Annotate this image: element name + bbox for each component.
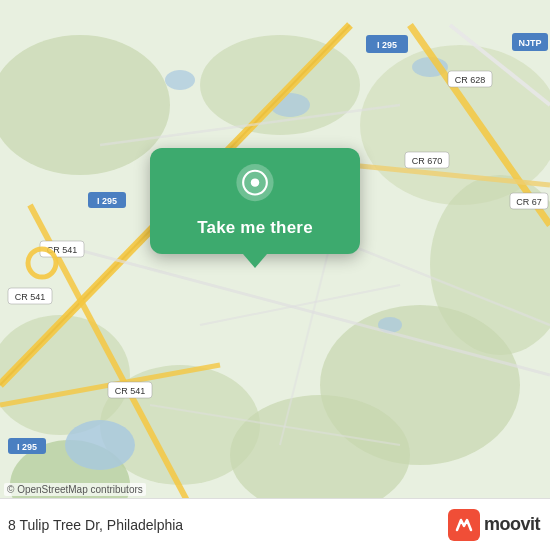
svg-text:CR 628: CR 628 (455, 75, 486, 85)
svg-text:CR 67: CR 67 (516, 197, 542, 207)
svg-text:I 295: I 295 (377, 40, 397, 50)
bottom-bar: 8 Tulip Tree Dr, Philadelphia moovit (0, 498, 550, 550)
map-attribution: © OpenStreetMap contributors (4, 483, 146, 496)
svg-text:CR 541: CR 541 (115, 386, 146, 396)
svg-point-0 (0, 35, 170, 175)
svg-text:NJTP: NJTP (518, 38, 541, 48)
svg-point-50 (251, 178, 259, 186)
moovit-logo-icon (448, 509, 480, 541)
location-pin-icon (233, 164, 277, 208)
address-text: 8 Tulip Tree Dr, Philadelphia (8, 517, 183, 533)
svg-text:I 295: I 295 (17, 442, 37, 452)
svg-text:CR 541: CR 541 (15, 292, 46, 302)
svg-text:I 295: I 295 (97, 196, 117, 206)
map-svg: I 295 NJTP CR 628 CR 670 CR 67 I 295 CR … (0, 0, 550, 550)
moovit-logo: moovit (448, 509, 540, 541)
map-container: I 295 NJTP CR 628 CR 670 CR 67 I 295 CR … (0, 0, 550, 550)
popup-card[interactable]: Take me there (150, 148, 360, 254)
moovit-wordmark: moovit (484, 514, 540, 535)
svg-point-9 (65, 420, 135, 470)
svg-text:CR 670: CR 670 (412, 156, 443, 166)
take-me-there-button[interactable]: Take me there (197, 218, 313, 238)
svg-point-7 (230, 395, 410, 515)
svg-point-11 (165, 70, 195, 90)
